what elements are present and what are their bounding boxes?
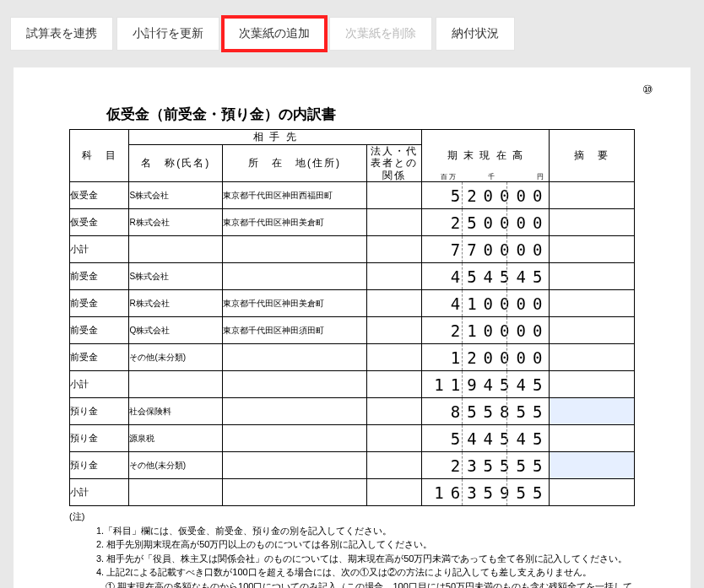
document-page: ⑩ 仮受金（前受金・預り金）の内訳書 科 目 相 手 先 期 末 現 在 高 百… xyxy=(14,67,690,588)
cell-address[interactable] xyxy=(223,263,367,290)
cell-balance[interactable]: 120000 xyxy=(422,344,550,371)
cell-name[interactable]: R株式会社 xyxy=(129,209,223,236)
note-item: ① 期末現在高の多額なものから100口についてのみ記入（この場合、100口目には… xyxy=(108,580,635,588)
col-relation: 法人・代表者との関係 xyxy=(367,145,422,182)
cell-remark[interactable] xyxy=(550,290,635,317)
cell-relation[interactable] xyxy=(367,236,422,263)
cell-relation[interactable] xyxy=(367,425,422,452)
cell-subject[interactable]: 小計 xyxy=(70,236,129,263)
col-counterparty: 相 手 先 xyxy=(129,130,422,145)
cell-subject[interactable]: 前受金 xyxy=(70,344,129,371)
add-continuation-sheet-button[interactable]: 次葉紙の追加 xyxy=(223,17,326,51)
cell-address[interactable] xyxy=(223,479,367,506)
col-remark: 摘 要 xyxy=(550,130,635,182)
cell-relation[interactable] xyxy=(367,290,422,317)
cell-address[interactable]: 東京都千代田区神田美倉町 xyxy=(223,209,367,236)
col-subject: 科 目 xyxy=(70,130,129,182)
payment-status-button[interactable]: 納付状況 xyxy=(436,17,515,51)
cell-name[interactable] xyxy=(129,371,223,398)
cell-address[interactable] xyxy=(223,236,367,263)
cell-subject[interactable]: 仮受金 xyxy=(70,182,129,209)
note-item: 1.「科目」欄には、仮受金、前受金、預り金の別を記入してください。 xyxy=(108,524,635,538)
cell-remark[interactable] xyxy=(550,398,635,425)
cell-address[interactable]: 東京都千代田区神田美倉町 xyxy=(223,290,367,317)
cell-address[interactable] xyxy=(223,344,367,371)
col-name: 名 称(氏名) xyxy=(129,145,223,182)
cell-remark[interactable] xyxy=(550,425,635,452)
table-row: 小計1194545 xyxy=(70,371,635,398)
cell-relation[interactable] xyxy=(367,182,422,209)
cell-subject[interactable]: 前受金 xyxy=(70,263,129,290)
table-row: 仮受金S株式会社東京都千代田区神田西福田町520000 xyxy=(70,182,635,209)
col-balance: 期 末 現 在 高 百万 千 円 xyxy=(422,130,550,182)
note-item: 4. 上記2による記載すべき口数が100口を超える場合には、次の①又は②の方法に… xyxy=(108,565,635,580)
cell-name[interactable] xyxy=(129,236,223,263)
cell-balance[interactable]: 210000 xyxy=(422,317,550,344)
table-row: 預り金社会保険料855855 xyxy=(70,398,635,425)
link-trial-balance-button[interactable]: 試算表を連携 xyxy=(10,17,113,51)
table-row: 前受金R株式会社東京都千代田区神田美倉町410000 xyxy=(70,290,635,317)
cell-balance[interactable]: 520000 xyxy=(422,182,550,209)
cell-address[interactable] xyxy=(223,371,367,398)
cell-relation[interactable] xyxy=(367,317,422,344)
cell-relation[interactable] xyxy=(367,479,422,506)
cell-subject[interactable]: 小計 xyxy=(70,479,129,506)
cell-relation[interactable] xyxy=(367,344,422,371)
cell-remark[interactable] xyxy=(550,452,635,479)
cell-address[interactable] xyxy=(223,398,367,425)
cell-address[interactable]: 東京都千代田区神田須田町 xyxy=(223,317,367,344)
page-title: 仮受金（前受金・預り金）の内訳書 xyxy=(106,105,690,124)
delete-continuation-sheet-button: 次葉紙を削除 xyxy=(329,17,432,51)
cell-subject[interactable]: 預り金 xyxy=(70,452,129,479)
page-marker: ⑩ xyxy=(642,83,653,96)
cell-remark[interactable] xyxy=(550,317,635,344)
cell-subject[interactable]: 前受金 xyxy=(70,317,129,344)
cell-balance[interactable]: 410000 xyxy=(422,290,550,317)
cell-name[interactable]: 源泉税 xyxy=(129,425,223,452)
cell-subject[interactable]: 預り金 xyxy=(70,398,129,425)
table-row: 預り金源泉税544545 xyxy=(70,425,635,452)
cell-relation[interactable] xyxy=(367,371,422,398)
cell-name[interactable]: その他(未分類) xyxy=(129,452,223,479)
cell-name[interactable]: その他(未分類) xyxy=(129,344,223,371)
table-row: 前受金その他(未分類)120000 xyxy=(70,344,635,371)
table-row: 小計1635955 xyxy=(70,479,635,506)
cell-balance[interactable]: 1635955 xyxy=(422,479,550,506)
cell-relation[interactable] xyxy=(367,398,422,425)
cell-address[interactable]: 東京都千代田区神田西福田町 xyxy=(223,182,367,209)
cell-relation[interactable] xyxy=(367,452,422,479)
cell-balance[interactable]: 855855 xyxy=(422,398,550,425)
cell-name[interactable]: Q株式会社 xyxy=(129,317,223,344)
cell-remark[interactable] xyxy=(550,236,635,263)
cell-balance[interactable]: 235555 xyxy=(422,452,550,479)
cell-address[interactable] xyxy=(223,452,367,479)
cell-address[interactable] xyxy=(223,425,367,452)
cell-balance[interactable]: 250000 xyxy=(422,209,550,236)
breakdown-table: 科 目 相 手 先 期 末 現 在 高 百万 千 円 摘 要 名 称(氏名) 所… xyxy=(69,129,635,506)
table-row: 小計770000 xyxy=(70,236,635,263)
cell-remark[interactable] xyxy=(550,344,635,371)
cell-subject[interactable]: 仮受金 xyxy=(70,209,129,236)
cell-balance[interactable]: 454545 xyxy=(422,263,550,290)
cell-balance[interactable]: 1194545 xyxy=(422,371,550,398)
cell-name[interactable]: S株式会社 xyxy=(129,182,223,209)
cell-name[interactable] xyxy=(129,479,223,506)
cell-balance[interactable]: 544545 xyxy=(422,425,550,452)
cell-name[interactable]: R株式会社 xyxy=(129,290,223,317)
cell-remark[interactable] xyxy=(550,182,635,209)
cell-subject[interactable]: 前受金 xyxy=(70,290,129,317)
cell-name[interactable]: 社会保険料 xyxy=(129,398,223,425)
cell-subject[interactable]: 小計 xyxy=(70,371,129,398)
cell-name[interactable]: S株式会社 xyxy=(129,263,223,290)
note-item: 3. 相手先が「役員、株主又は関係会社」のものについては、期末現在高が50万円未… xyxy=(108,552,635,566)
toolbar: 試算表を連携 小計行を更新 次葉紙の追加 次葉紙を削除 納付状況 xyxy=(0,0,704,67)
cell-balance[interactable]: 770000 xyxy=(422,236,550,263)
cell-relation[interactable] xyxy=(367,209,422,236)
cell-subject[interactable]: 預り金 xyxy=(70,425,129,452)
cell-remark[interactable] xyxy=(550,371,635,398)
cell-remark[interactable] xyxy=(550,263,635,290)
cell-remark[interactable] xyxy=(550,209,635,236)
cell-relation[interactable] xyxy=(367,263,422,290)
cell-remark[interactable] xyxy=(550,479,635,506)
update-subtotals-button[interactable]: 小計行を更新 xyxy=(116,17,219,51)
